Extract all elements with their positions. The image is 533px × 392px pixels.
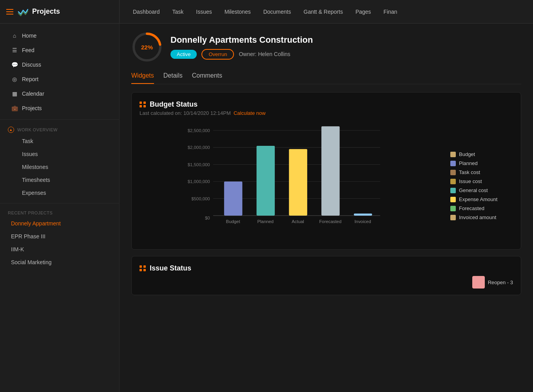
legend-label-general-cost: General cost <box>459 187 488 193</box>
bar-budget <box>224 181 243 216</box>
sidebar-divider-1 <box>0 119 119 120</box>
legend-label-planned: Planned <box>459 160 478 166</box>
budget-widget-subtitle: Last calculated on: 10/14/2020 12:14PM C… <box>140 110 513 116</box>
bar-forecasted <box>321 126 340 216</box>
recent-project-epr[interactable]: EPR Phase III <box>3 230 116 243</box>
projects-icon: 💼 <box>11 105 18 112</box>
svg-text:$2,500,000: $2,500,000 <box>188 128 210 133</box>
project-title: Donnelly Apartments Construction <box>170 35 521 45</box>
svg-text:Budget: Budget <box>226 219 241 224</box>
budget-chart: $2,500,000 $2,000,000 $1,500,000 $1,000,… <box>140 122 442 241</box>
layout: ⌂ Home ☰ Feed 💬 Discuss ◎ Report ▦ Calen… <box>0 24 533 392</box>
recent-project-donnely[interactable]: Donnely Appartment <box>3 217 116 230</box>
discuss-icon: 💬 <box>11 61 18 68</box>
nav-milestones[interactable]: Milestones <box>219 5 256 18</box>
legend-swatch-issue-cost <box>450 179 456 184</box>
legend-swatch-planned <box>450 161 456 166</box>
bar-planned <box>257 146 275 216</box>
recent-project-iimk[interactable]: IIM-K <box>3 243 116 256</box>
nav-gantt[interactable]: Gantt & Reports <box>298 5 348 18</box>
legend-issue-cost: Issue cost <box>450 178 513 184</box>
project-header: 22% Donnelly Apartments Construction Act… <box>131 31 521 63</box>
calculate-now-link[interactable]: Calculate now <box>234 110 266 116</box>
sidebar-item-discuss[interactable]: 💬 Discuss <box>3 58 116 72</box>
tab-widgets[interactable]: Widgets <box>131 72 154 84</box>
legend-label-invoiced: Invoiced amount <box>459 214 496 220</box>
reopen-chart-bar <box>472 276 485 289</box>
sidebar-item-issues[interactable]: Issues <box>3 148 116 160</box>
legend-planned: Planned <box>450 160 513 166</box>
work-overview-section: ▲ WORK OVERVIEW <box>0 123 119 134</box>
feed-icon: ☰ <box>11 47 18 54</box>
svg-text:Invoiced: Invoiced <box>354 219 371 224</box>
legend-budget: Budget <box>450 151 513 157</box>
svg-text:$1,500,000: $1,500,000 <box>188 162 210 167</box>
legend-label-budget: Budget <box>459 151 475 157</box>
legend-swatch-budget <box>450 152 456 157</box>
work-overview-label: WORK OVERVIEW <box>17 127 58 132</box>
svg-text:$0: $0 <box>205 216 210 220</box>
project-tabs: Widgets Details Comments <box>131 72 521 84</box>
issue-widget-header: Issue Status <box>140 264 513 272</box>
sidebar-item-timesheets[interactable]: Timesheets <box>3 174 116 186</box>
sidebar-item-home[interactable]: ⌂ Home <box>3 29 116 43</box>
legend-swatch-forecasted <box>450 206 456 211</box>
sidebar-item-report[interactable]: ◎ Report <box>3 72 116 86</box>
sidebar-item-feed[interactable]: ☰ Feed <box>3 43 116 57</box>
tab-details[interactable]: Details <box>163 72 183 84</box>
sidebar-item-projects[interactable]: 💼 Projects <box>3 101 116 115</box>
widget-dots-icon <box>140 102 146 108</box>
svg-text:Actual: Actual <box>292 219 304 224</box>
legend-label-issue-cost: Issue cost <box>459 178 482 184</box>
legend-label-forecasted: Forecasted <box>459 205 484 211</box>
legend-swatch-expense <box>450 197 456 202</box>
owner-label: Owner: Helen Collins <box>239 51 290 57</box>
tab-comments[interactable]: Comments <box>192 72 222 84</box>
nav-dashboard[interactable]: Dashboard <box>127 5 165 18</box>
sidebar-label-discuss: Discuss <box>22 62 41 68</box>
budget-bar-chart: $2,500,000 $2,000,000 $1,500,000 $1,000,… <box>140 122 442 240</box>
nav-documents[interactable]: Documents <box>258 5 297 18</box>
svg-text:Planned: Planned <box>257 219 274 224</box>
nav-finance[interactable]: Finan <box>378 5 403 18</box>
nav-task[interactable]: Task <box>167 5 189 18</box>
active-badge: Active <box>170 50 197 59</box>
hamburger-button[interactable] <box>6 9 13 15</box>
sidebar-label-home: Home <box>22 33 36 39</box>
progress-ring: 22% <box>131 31 163 63</box>
issue-widget-dots <box>140 265 146 272</box>
top-nav: Dashboard Task Issues Milestones Documen… <box>120 5 533 18</box>
sidebar-label-feed: Feed <box>22 47 34 53</box>
sidebar-divider-2 <box>0 203 119 203</box>
recent-projects-label: RECENT PROJECTS <box>8 211 53 215</box>
svg-text:$2,000,000: $2,000,000 <box>188 145 210 150</box>
brand-area: Projects <box>0 0 120 23</box>
budget-widget-title: Budget Status <box>150 100 198 109</box>
sidebar-label-calendar: Calendar <box>22 91 44 97</box>
sidebar-item-task[interactable]: Task <box>3 135 116 147</box>
budget-widget: Budget Status Last calculated on: 10/14/… <box>131 92 521 250</box>
report-icon: ◎ <box>11 76 18 83</box>
nav-pages[interactable]: Pages <box>350 5 377 18</box>
legend-invoiced: Invoiced amount <box>450 214 513 220</box>
progress-label: 22% <box>141 44 153 51</box>
budget-widget-header: Budget Status <box>140 100 513 109</box>
chart-area: $2,500,000 $2,000,000 $1,500,000 $1,000,… <box>140 122 513 241</box>
home-icon: ⌂ <box>11 32 18 39</box>
bar-invoiced <box>354 214 372 216</box>
sidebar-label-projects: Projects <box>22 105 42 111</box>
sidebar-item-calendar[interactable]: ▦ Calendar <box>3 87 116 101</box>
bar-actual <box>289 149 307 216</box>
circle-arrow-icon: ▲ <box>8 127 14 133</box>
nav-issues[interactable]: Issues <box>190 5 217 18</box>
sidebar: ⌂ Home ☰ Feed 💬 Discuss ◎ Report ▦ Calen… <box>0 24 120 392</box>
sidebar-item-expenses[interactable]: Expenses <box>3 187 116 199</box>
calendar-icon: ▦ <box>11 90 18 97</box>
legend-expense-amount: Expense Amount <box>450 196 513 202</box>
svg-text:Forecasted: Forecasted <box>319 219 341 224</box>
project-info: Donnelly Apartments Construction Active … <box>170 35 521 60</box>
sidebar-item-milestones[interactable]: Milestones <box>3 161 116 173</box>
legend-label-expense: Expense Amount <box>459 196 497 202</box>
brand-name: Projects <box>32 7 60 16</box>
recent-project-social[interactable]: Social Marketing <box>3 256 116 269</box>
